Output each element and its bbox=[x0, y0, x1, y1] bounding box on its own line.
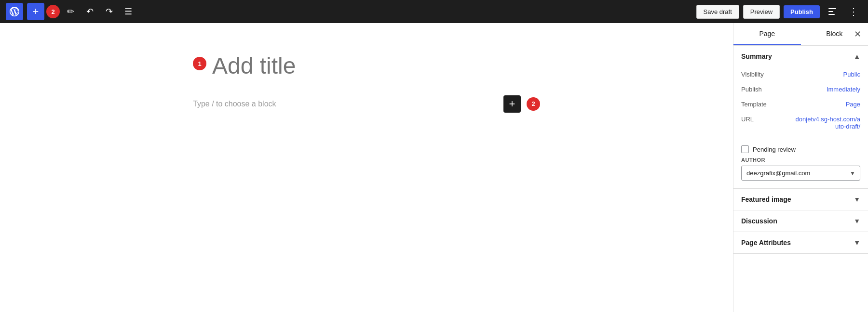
add-block-toolbar-button[interactable]: + bbox=[27, 3, 44, 20]
sidebar-tabs: Page Block ✕ bbox=[733, 23, 868, 46]
toolbar: + 2 ✏ ↶ ↷ ☰ Save draft Preview Publish ⋮ bbox=[0, 0, 868, 23]
visibility-value[interactable]: Public bbox=[843, 71, 860, 78]
block-row: Type / to choose a block + 2 bbox=[193, 95, 540, 113]
url-row: URL donjetv4.sg-host.com/auto-draft/ bbox=[741, 112, 860, 134]
discussion-chevron-icon: ▼ bbox=[854, 217, 860, 225]
page-attributes-chevron-icon: ▼ bbox=[854, 239, 860, 247]
toolbar-right: Save draft Preview Publish ⋮ bbox=[696, 3, 862, 20]
author-select-wrapper: deezgrafix@gmail.com ▼ bbox=[741, 166, 860, 181]
title-input[interactable] bbox=[212, 52, 540, 80]
featured-image-header[interactable]: Featured image ▼ bbox=[733, 189, 868, 210]
svg-rect-0 bbox=[828, 8, 836, 9]
summary-title: Summary bbox=[741, 52, 772, 60]
page-attributes-section: Page Attributes ▼ bbox=[733, 232, 868, 254]
template-label: Template bbox=[741, 101, 767, 108]
editor-area: 1 Type / to choose a block + 2 bbox=[0, 23, 733, 312]
editor-content: 1 Type / to choose a block + 2 bbox=[174, 52, 559, 113]
undo-button[interactable]: ↶ bbox=[81, 3, 98, 20]
pending-review-checkbox[interactable] bbox=[741, 145, 749, 153]
add-block-button[interactable]: + bbox=[503, 95, 521, 113]
url-label: URL bbox=[741, 116, 754, 123]
template-row: Template Page bbox=[741, 97, 860, 112]
template-value[interactable]: Page bbox=[846, 101, 860, 108]
featured-image-title: Featured image bbox=[741, 195, 791, 203]
wp-logo bbox=[6, 3, 23, 20]
summary-section: Summary ▲ Visibility Public Publish Imme… bbox=[733, 46, 868, 189]
publish-row: Publish Immediately bbox=[741, 82, 860, 97]
publish-value[interactable]: Immediately bbox=[827, 86, 860, 93]
svg-rect-2 bbox=[828, 14, 835, 15]
preview-button[interactable]: Preview bbox=[743, 5, 780, 19]
summary-header[interactable]: Summary ▲ bbox=[733, 46, 868, 67]
summary-chevron-icon: ▲ bbox=[854, 52, 860, 60]
pending-review-row: Pending review bbox=[733, 142, 868, 157]
pending-review-label: Pending review bbox=[753, 146, 796, 153]
block-placeholder-text: Type / to choose a block bbox=[193, 100, 276, 108]
discussion-section: Discussion ▼ bbox=[733, 210, 868, 232]
toolbar-left: + 2 ✏ ↶ ↷ ☰ bbox=[6, 3, 137, 20]
svg-rect-1 bbox=[828, 11, 833, 12]
tab-page[interactable]: Page bbox=[733, 23, 801, 45]
more-options-button[interactable]: ⋮ bbox=[845, 3, 862, 20]
url-value[interactable]: donjetv4.sg-host.com/auto-draft/ bbox=[793, 116, 860, 130]
author-select[interactable]: deezgrafix@gmail.com bbox=[741, 166, 860, 181]
publish-button[interactable]: Publish bbox=[784, 5, 820, 18]
discussion-title: Discussion bbox=[741, 217, 777, 225]
close-sidebar-button[interactable]: ✕ bbox=[851, 27, 864, 41]
step-badge-1: 1 bbox=[193, 57, 206, 70]
save-draft-button[interactable]: Save draft bbox=[696, 5, 739, 19]
visibility-row: Visibility Public bbox=[741, 67, 860, 82]
author-label: AUTHOR bbox=[741, 157, 860, 163]
main-layout: 1 Type / to choose a block + 2 Page Bloc… bbox=[0, 23, 868, 312]
page-attributes-title: Page Attributes bbox=[741, 239, 791, 247]
featured-image-chevron-icon: ▼ bbox=[854, 195, 860, 203]
visibility-label: Visibility bbox=[741, 71, 764, 78]
publish-label: Publish bbox=[741, 86, 762, 93]
toolbar-badge-2: 2 bbox=[46, 5, 60, 18]
summary-content: Visibility Public Publish Immediately Te… bbox=[733, 67, 868, 142]
page-attributes-header[interactable]: Page Attributes ▼ bbox=[733, 232, 868, 253]
edit-button[interactable]: ✏ bbox=[62, 3, 79, 20]
sidebar: Page Block ✕ Summary ▲ Visibility Public… bbox=[733, 23, 868, 312]
redo-button[interactable]: ↷ bbox=[100, 3, 118, 20]
featured-image-section: Featured image ▼ bbox=[733, 189, 868, 210]
discussion-header[interactable]: Discussion ▼ bbox=[733, 210, 868, 232]
details-button[interactable]: ☰ bbox=[120, 3, 137, 20]
title-row: 1 bbox=[193, 52, 540, 80]
settings-button[interactable] bbox=[824, 3, 841, 20]
step-badge-2: 2 bbox=[527, 97, 540, 111]
author-section: AUTHOR deezgrafix@gmail.com ▼ bbox=[733, 157, 868, 188]
